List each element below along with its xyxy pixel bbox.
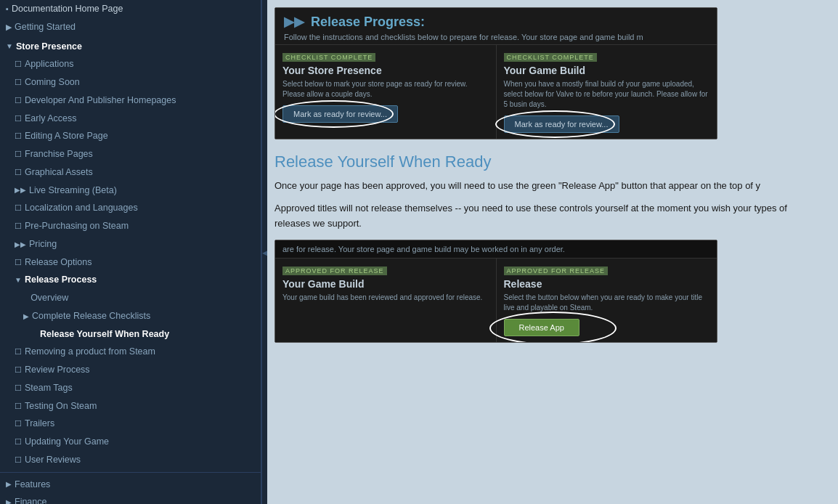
sidebar-item-label: Release Options	[25, 256, 91, 269]
sidebar-item-user-reviews[interactable]: ☐ User Reviews	[0, 451, 261, 469]
sidebar-item-getting-started[interactable]: ▶ Getting Started	[0, 18, 261, 36]
sidebar-item-release-process[interactable]: ▼ Release Process	[0, 271, 261, 289]
sidebar-item-label: Franchise Pages	[25, 147, 93, 161]
release-app-btn-wrapper: Release App	[504, 319, 579, 336]
sidebar-item-localization[interactable]: ☐ Localization and Languages	[0, 199, 261, 217]
sidebar-item-label: Complete Release Checklists	[32, 309, 150, 323]
indent-icon	[35, 328, 37, 341]
chevron-right-icon: ▶	[6, 497, 12, 504]
sidebar-item-release-yourself[interactable]: Release Yourself When Ready	[0, 325, 261, 344]
doc-icon: ☐	[15, 436, 22, 448]
sidebar-item-editing-store-page[interactable]: ☐ Editing A Store Page	[0, 127, 261, 145]
doc-icon: ☐	[15, 130, 22, 142]
sidebar-item-label: Features	[15, 478, 50, 492]
sidebar-item-graphical-assets[interactable]: ☐ Graphical Assets	[0, 163, 261, 182]
sidebar-item-label: Graphical Assets	[25, 166, 93, 179]
sidebar-item-label: User Reviews	[25, 453, 81, 467]
doc-icon: ☐	[15, 220, 22, 232]
sidebar-item-label: Live Streaming (Beta)	[29, 184, 117, 198]
sidebar-item-release-options[interactable]: ☐ Release Options	[0, 253, 261, 272]
sidebar-item-pre-purchasing[interactable]: ☐ Pre-Purchasing on Steam	[0, 217, 261, 235]
sidebar-item-early-access[interactable]: ☐ Early Access	[0, 110, 261, 128]
sidebar-item-label: Overview	[30, 291, 68, 305]
mark-review-button-2[interactable]: Mark as ready for review...	[504, 115, 619, 133]
content-para-1: Once your page has been approved, you wi…	[274, 179, 823, 194]
sidebar-item-label: Pre-Purchasing on Steam	[25, 219, 129, 233]
release-app-row: APPROVED FOR RELEASE Your Game Build You…	[275, 259, 717, 342]
sidebar-item-label: Removing a product from Steam	[25, 345, 155, 359]
sidebar: ▪ Documentation Home Page ▶ Getting Star…	[0, 0, 261, 504]
chevron-right-icon: ▶	[23, 311, 29, 322]
sidebar-item-label: Developer And Publisher Homepages	[25, 94, 176, 107]
sidebar-item-label: Store Presence	[16, 40, 82, 54]
main-content: ▶▶ Release Progress: Follow the instruct…	[267, 0, 838, 504]
sidebar-item-finance[interactable]: ▶ Finance	[0, 493, 261, 504]
store-presence-cell-text: Select below to mark your store page as …	[282, 79, 489, 99]
mark-review-btn-wrapper-2: Mark as ready for review...	[504, 115, 619, 133]
doc-icon: ☐	[15, 148, 22, 160]
sidebar-item-review-process[interactable]: ☐ Review Process	[0, 361, 261, 379]
checklist-row: CHECKLIST COMPLETE Your Store Presence S…	[275, 44, 717, 139]
game-build-cell-title: Your Game Build	[504, 65, 710, 76]
chevron-down-icon: ▼	[15, 275, 22, 285]
mark-review-button-1[interactable]: Mark as ready for review...	[282, 105, 398, 123]
release-app-image: are for release. Your store page and gam…	[274, 240, 717, 343]
sidebar-item-updating-your-game[interactable]: ☐ Updating Your Game	[0, 433, 261, 451]
sidebar-item-label: Localization and Languages	[25, 201, 138, 215]
doc-icon: ☐	[15, 364, 22, 376]
doc-icon: ☐	[15, 113, 22, 125]
doc-icon: ☐	[15, 454, 22, 466]
approved-for-release-badge: APPROVED FOR RELEASE	[282, 267, 387, 275]
chevron-right-icon: ▶▶	[15, 239, 26, 250]
sidebar-item-applications[interactable]: ☐ Applications	[0, 55, 261, 73]
sidebar-item-label: Release Process	[25, 273, 97, 287]
your-game-build-cell: APPROVED FOR RELEASE Your Game Build You…	[275, 259, 497, 342]
sidebar-item-label: Finance	[15, 495, 46, 504]
sidebar-item-removing-product[interactable]: ☐ Removing a product from Steam	[0, 343, 261, 361]
sidebar-item-steam-tags[interactable]: ☐ Steam Tags	[0, 379, 261, 397]
sidebar-item-coming-soon[interactable]: ☐ Coming Soon	[0, 73, 261, 92]
release-app-text-bar: are for release. Your store page and gam…	[275, 240, 717, 259]
doc-icon: ☐	[15, 382, 22, 394]
sidebar-item-live-streaming[interactable]: ▶▶ Live Streaming (Beta)	[0, 182, 261, 200]
chevron-down-icon: ▼	[6, 41, 13, 52]
sidebar-item-overview[interactable]: Overview	[0, 289, 261, 307]
sidebar-item-store-presence[interactable]: ▼ Store Presence	[0, 36, 261, 56]
sidebar-item-testing-on-steam[interactable]: ☐ Testing On Steam	[0, 397, 261, 415]
your-game-build-text: Your game build has been reviewed and ap…	[282, 293, 489, 303]
sidebar-item-developer-publisher[interactable]: ☐ Developer And Publisher Homepages	[0, 92, 261, 110]
sidebar-item-trailers[interactable]: ☐ Trailers	[0, 415, 261, 433]
approved-for-release-badge-2: APPROVED FOR RELEASE	[504, 267, 609, 275]
sidebar-item-documentation-home[interactable]: ▪ Documentation Home Page	[0, 0, 261, 18]
sidebar-item-complete-release-checklists[interactable]: ▶ Complete Release Checklists	[0, 307, 261, 325]
release-progress-title: ▶▶ Release Progress:	[284, 14, 708, 30]
sidebar-item-features[interactable]: ▶ Features	[0, 476, 261, 494]
checklist-complete-badge-2: CHECKLIST COMPLETE	[504, 53, 597, 62]
game-build-cell-text: When you have a mostly final build of yo…	[504, 79, 710, 110]
resize-handle[interactable]: ◂	[261, 0, 267, 504]
release-yourself-heading: Release Yourself When Ready	[274, 153, 823, 171]
sidebar-item-label: Early Access	[25, 112, 77, 126]
doc-icon: ☐	[15, 94, 22, 107]
doc-icon: ▪	[6, 3, 9, 15]
indent-icon	[23, 292, 28, 304]
sidebar-item-label: Applications	[25, 57, 73, 71]
release-progress-image: ▶▶ Release Progress: Follow the instruct…	[274, 7, 717, 139]
chevron-right-icon: ▶	[6, 21, 12, 33]
chevron-right-icon: ▶	[6, 479, 12, 489]
sidebar-item-label: Editing A Store Page	[25, 129, 108, 143]
store-presence-cell-title: Your Store Presence	[282, 65, 489, 76]
sidebar-item-label: Testing On Steam	[25, 399, 97, 413]
sidebar-item-label: Getting Started	[15, 20, 76, 34]
sidebar-item-label: Trailers	[25, 417, 54, 431]
sidebar-item-pricing[interactable]: ▶▶ Pricing	[0, 235, 261, 253]
sidebar-item-franchise-pages[interactable]: ☐ Franchise Pages	[0, 145, 261, 163]
release-app-button[interactable]: Release App	[504, 319, 579, 336]
doc-icon: ☐	[15, 400, 22, 412]
doc-icon: ☐	[15, 166, 22, 179]
chevron-right-icon: ▶▶	[15, 184, 26, 195]
release-cell-title: Release	[504, 278, 710, 290]
sidebar-item-label: Steam Tags	[25, 381, 73, 395]
sidebar-item-label: Updating Your Game	[25, 435, 109, 449]
checklist-complete-badge: CHECKLIST COMPLETE	[282, 53, 375, 62]
